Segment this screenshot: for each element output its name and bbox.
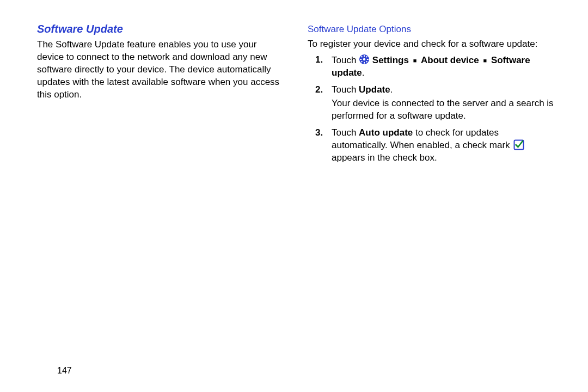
step-2-text: Touch Update. [332,84,393,95]
svg-rect-5 [367,59,369,60]
step-2-update: Update [359,84,390,95]
step-1-period: . [362,68,365,78]
step-3: Touch Auto update to check for updates a… [329,127,556,164]
step-3-rest2: appears in the check box. [332,152,437,163]
two-column-layout: Software Update The Software Update feat… [37,23,556,168]
step-3-text: Touch Auto update to check for updates a… [332,127,525,163]
manual-page: Software Update The Software Update feat… [0,0,588,392]
step-1-touch: Touch [332,55,359,65]
svg-rect-4 [360,59,362,60]
step-2-period: . [390,84,393,95]
intro-paragraph: The Software Update feature enables you … [37,39,286,101]
step-2: Touch Update. Your device is connected t… [329,84,556,122]
arrow-icon: ■ [483,57,487,65]
step-1-settings: Settings [372,55,409,65]
lead-paragraph: To register your device and check for a … [308,38,556,51]
arrow-icon: ■ [413,57,417,65]
right-column: Software Update Options To register your… [308,23,556,168]
svg-rect-2 [364,55,365,57]
step-1-text: Touch [332,55,530,78]
gear-icon [359,54,370,65]
left-column: Software Update The Software Update feat… [37,23,286,168]
svg-point-1 [363,58,365,60]
step-3-touch: Touch [332,127,359,138]
svg-rect-3 [364,62,365,64]
step-1: Touch [329,54,556,79]
step-3-auto: Auto update [359,127,413,138]
checkbox-icon [513,139,524,150]
subheading: Software Update Options [308,24,556,35]
steps-list: Touch [308,54,556,164]
section-title: Software Update [37,23,286,35]
step-1-about: About device [421,55,479,65]
step-2-touch: Touch [332,84,359,95]
page-number: 147 [57,366,72,376]
step-2-body: Your device is connected to the server a… [332,97,556,122]
